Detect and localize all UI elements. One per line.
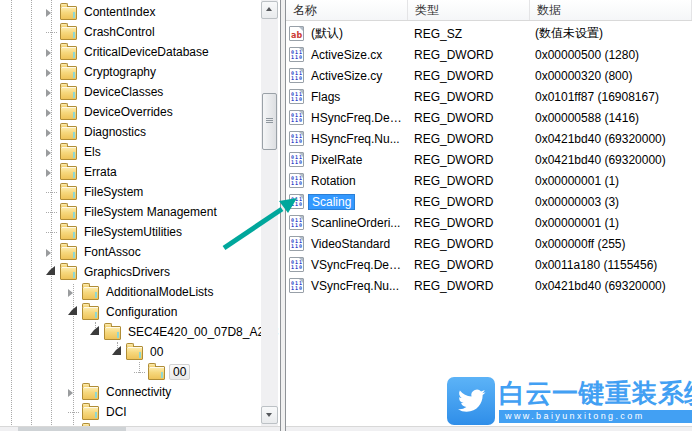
value-name[interactable]: ActiveSize.cy	[308, 68, 385, 84]
tree-item[interactable]: CriticalDeviceDatabase	[0, 42, 212, 62]
expand-expander-icon[interactable]	[46, 163, 60, 183]
collapse-expander-icon[interactable]	[68, 303, 82, 323]
tree-item[interactable]: FileSystem	[0, 182, 146, 202]
tree-item[interactable]: 00	[0, 342, 166, 362]
value-type: REG_DWORD	[408, 132, 530, 146]
tree-item[interactable]: GraphicsDrivers	[0, 262, 173, 282]
expand-expander-icon[interactable]	[46, 3, 60, 23]
tree-item[interactable]: DeviceOverrides	[0, 102, 176, 122]
tree-item-label: Diagnostics	[81, 124, 149, 140]
expand-expander-icon[interactable]	[46, 63, 60, 83]
value-type: REG_DWORD	[408, 258, 530, 272]
tree-item[interactable]: Connectivity	[0, 382, 174, 402]
tree-item[interactable]: Errata	[0, 162, 120, 182]
value-row[interactable]: (默认)REG_SZ(数值未设置)	[286, 23, 692, 44]
value-row[interactable]: VSyncFreq.Nu...REG_DWORD0x0421bd40 (6932…	[286, 275, 692, 296]
collapse-expander-icon[interactable]	[46, 263, 60, 283]
tree-item[interactable]: Els	[0, 142, 104, 162]
tree-item-label: FontAssoc	[81, 244, 144, 260]
tree-connector	[46, 32, 57, 33]
tree-item[interactable]: DCI	[0, 402, 130, 422]
value-type: REG_DWORD	[408, 90, 530, 104]
expand-expander-icon[interactable]	[68, 283, 82, 303]
expand-expander-icon[interactable]	[46, 103, 60, 123]
tree-item-label: FileSystem	[81, 184, 146, 200]
column-header-data[interactable]: 数据	[530, 0, 692, 20]
value-name[interactable]: PixelRate	[308, 152, 365, 168]
tree-vertical-scrollbar[interactable]	[261, 0, 278, 427]
watermark-text: 白云一键重装系统 www.baiyunxitong.com	[499, 377, 692, 423]
value-row[interactable]: ActiveSize.cyREG_DWORD0x00000320 (800)	[286, 65, 692, 86]
folder-icon	[148, 366, 165, 380]
collapse-expander-icon[interactable]	[90, 323, 104, 343]
tree-item[interactable]: Cryptography	[0, 62, 159, 82]
tree-item[interactable]: 00	[0, 362, 190, 382]
value-row[interactable]: HSyncFreq.Den...REG_DWORD0x00000588 (141…	[286, 107, 692, 128]
value-name[interactable]: VSyncFreq.Nu...	[308, 278, 402, 294]
tree-item[interactable]: Configuration	[0, 302, 180, 322]
tree-item[interactable]: SEC4E420_00_07D8_A2^C	[0, 322, 281, 342]
value-row[interactable]: ActiveSize.cxREG_DWORD0x00000500 (1280)	[286, 44, 692, 65]
value-row[interactable]: RotationREG_DWORD0x00000001 (1)	[286, 170, 692, 191]
value-name[interactable]: ScanlineOrderi...	[308, 215, 403, 231]
value-name[interactable]: ActiveSize.cx	[308, 47, 385, 63]
value-name[interactable]: Flags	[308, 89, 343, 105]
value-row[interactable]: FlagsREG_DWORD0x0101ff87 (16908167)	[286, 86, 692, 107]
tree-item[interactable]: DeviceClasses	[0, 82, 166, 102]
tree-connector	[46, 232, 57, 233]
value-name[interactable]: Scaling	[308, 194, 355, 210]
tree-item[interactable]: CrashControl	[0, 22, 158, 42]
tree-item[interactable]: Diagnostics	[0, 122, 149, 142]
value-name[interactable]: HSyncFreq.Nu...	[308, 131, 403, 147]
value-row[interactable]: PixelRateREG_DWORD0x0421bd40 (69320000)	[286, 149, 692, 170]
scroll-up-button[interactable]	[261, 1, 278, 19]
tree-item-label: Cryptography	[81, 64, 159, 80]
tree-item[interactable]: FileSystemUtilities	[0, 222, 185, 242]
expand-expander-icon[interactable]	[46, 143, 60, 163]
value-name[interactable]: VSyncFreq.Den...	[308, 257, 408, 273]
expand-expander-icon[interactable]	[46, 123, 60, 143]
column-header-type[interactable]: 类型	[408, 0, 530, 20]
value-data: 0x00000588 (1416)	[530, 111, 692, 125]
scrollbar-thumb[interactable]	[18, 427, 126, 431]
value-name[interactable]: (默认)	[308, 24, 346, 43]
column-header-name[interactable]: 名称	[286, 0, 408, 20]
value-type: REG_DWORD	[408, 195, 530, 209]
value-name[interactable]: Rotation	[308, 173, 359, 189]
expand-expander-icon[interactable]	[46, 83, 60, 103]
tree-item-label: FileSystemUtilities	[81, 224, 185, 240]
registry-tree-panel: ContentIndexCrashControlCriticalDeviceDa…	[0, 0, 281, 431]
scroll-down-button[interactable]	[261, 406, 278, 424]
folder-icon	[60, 146, 77, 160]
folder-icon	[82, 306, 99, 320]
value-row[interactable]: ScalingREG_DWORD0x00000003 (3)	[286, 191, 692, 212]
expand-expander-icon[interactable]	[46, 43, 60, 63]
tree-item[interactable]: AdditionalModeLists	[0, 282, 216, 302]
value-name[interactable]: VideoStandard	[308, 236, 393, 252]
folder-icon	[60, 26, 77, 40]
tree-item-label: CrashControl	[81, 24, 158, 40]
value-row[interactable]: VideoStandardREG_DWORD0x000000ff (255)	[286, 233, 692, 254]
value-row[interactable]: HSyncFreq.Nu...REG_DWORD0x0421bd40 (6932…	[286, 128, 692, 149]
scrollbar-thumb[interactable]	[262, 93, 277, 150]
value-data: 0x000000ff (255)	[530, 237, 692, 251]
reg-dword-icon	[289, 278, 304, 293]
tree-item[interactable]: ContentIndex	[0, 2, 158, 22]
expand-expander-icon[interactable]	[68, 383, 82, 403]
folder-icon	[60, 166, 77, 180]
folder-icon	[126, 346, 143, 360]
tree-item-label: 00	[169, 364, 190, 380]
tree-item-label: ContentIndex	[81, 4, 158, 20]
list-horizontal-scrollbar[interactable]	[286, 426, 692, 431]
value-row[interactable]: VSyncFreq.Den...REG_DWORD0x0011a180 (115…	[286, 254, 692, 275]
tree-item[interactable]: FontAssoc	[0, 242, 144, 262]
tree-horizontal-scrollbar[interactable]	[0, 426, 280, 431]
expand-expander-icon[interactable]	[46, 243, 60, 263]
collapse-expander-icon[interactable]	[112, 343, 126, 363]
value-name[interactable]: HSyncFreq.Den...	[308, 110, 408, 126]
value-type: REG_DWORD	[408, 216, 530, 230]
value-row[interactable]: ScanlineOrderi...REG_DWORD0x00000001 (1)	[286, 212, 692, 233]
tree-item[interactable]: FileSystem Management	[0, 202, 220, 222]
tree-item-label: CriticalDeviceDatabase	[81, 44, 212, 60]
reg-dword-icon	[289, 47, 304, 62]
